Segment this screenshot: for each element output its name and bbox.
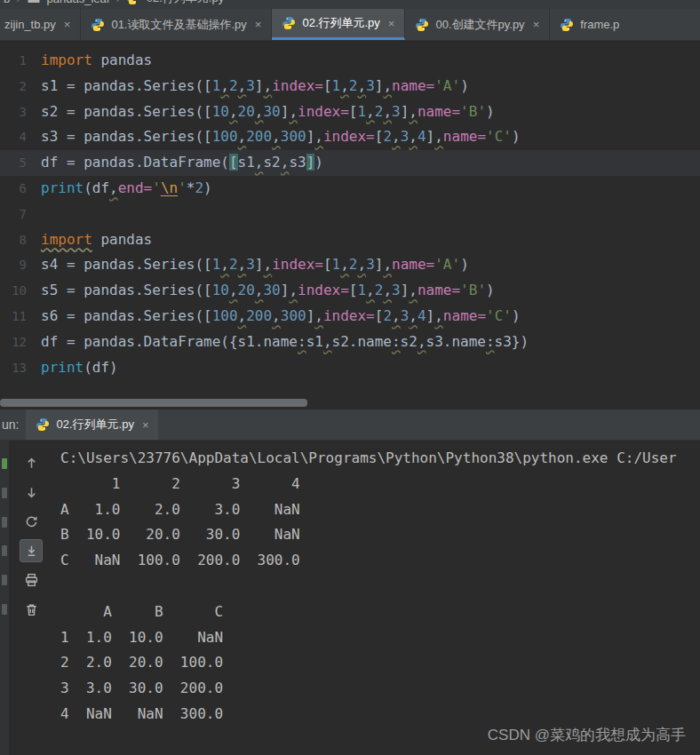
code-line[interactable]: 10s5 = pandas.Series([10,20,30],index=[1… <box>0 278 700 304</box>
line-number[interactable]: 12 <box>0 330 41 355</box>
tab-label: 01.读取文件及基础操作.py <box>111 17 246 33</box>
run-tab[interactable]: 02.行列单元.py × <box>26 409 158 440</box>
editor-horizontal-scrollbar[interactable] <box>0 399 307 407</box>
code-text: s4 = pandas.Series([1,2,3],index=[1,2,3]… <box>41 252 469 278</box>
code-line[interactable]: 11s6 = pandas.Series([100,200,300],index… <box>0 304 700 330</box>
console-line: C NaN 100.0 200.0 300.0 <box>60 548 700 574</box>
watermark: CSDN @菜鸡的我想成为高手 <box>488 725 686 745</box>
line-number[interactable]: 10 <box>0 278 41 304</box>
tab-label: zijin_tb.py <box>4 18 56 31</box>
code-line[interactable]: 3s2 = pandas.Series([10,20,30],index=[1,… <box>0 99 700 125</box>
code-line[interactable]: 9s4 = pandas.Series([1,2,3],index=[1,2,3… <box>0 252 700 278</box>
close-icon[interactable]: × <box>64 18 71 31</box>
console-line: B 10.0 20.0 30.0 NaN <box>60 522 700 548</box>
console-toolbar <box>9 441 53 755</box>
close-icon[interactable]: × <box>142 418 149 432</box>
code-lines: 1import pandas2s1 = pandas.Series([1,2,3… <box>0 48 700 380</box>
line-number[interactable]: 1 <box>0 48 41 74</box>
stripe-mark <box>2 575 7 585</box>
stripe-mark <box>2 458 7 469</box>
console-line: 1 1.0 10.0 NaN <box>60 625 700 651</box>
run-tab-label: 02.行列单元.py <box>56 417 133 433</box>
code-line[interactable]: 4s3 = pandas.Series([100,200,300],index=… <box>0 124 700 150</box>
ide-window: b › pandas_leaf › 02.行列单元.py zijin_tb.py… <box>0 0 700 755</box>
navigation-bar: b › pandas_leaf › 02.行列单元.py <box>0 0 700 9</box>
code-text: s5 = pandas.Series([10,20,30],index=[1,2… <box>41 278 495 304</box>
run-console: C:\Users\23776\AppData\Local\Programs\Py… <box>0 441 700 755</box>
console-line: C:\Users\23776\AppData\Local\Programs\Py… <box>60 446 700 472</box>
python-file-icon <box>126 0 140 5</box>
python-file-icon <box>560 18 574 32</box>
rerun-icon[interactable] <box>20 510 43 533</box>
code-text: s6 = pandas.Series([100,200,300],index=[… <box>41 304 521 330</box>
python-file-icon <box>415 18 429 32</box>
code-line[interactable]: 8import pandas <box>0 227 700 253</box>
line-number[interactable]: 6 <box>0 176 41 202</box>
code-line[interactable]: 12df = pandas.DataFrame({s1.name:s1,s2.n… <box>0 330 700 355</box>
tab-00-create-file[interactable]: 00.创建文件py.py × <box>405 9 550 40</box>
line-number[interactable]: 9 <box>0 252 41 278</box>
code-text <box>41 202 50 227</box>
printer-icon[interactable] <box>20 568 43 592</box>
code-text: s1 = pandas.Series([1,2,3],index=[1,2,3]… <box>41 74 469 99</box>
python-file-icon <box>91 18 105 32</box>
close-icon[interactable]: × <box>255 18 262 31</box>
code-line[interactable]: 5df = pandas.DataFrame([s1,s2,s3]) <box>0 150 700 176</box>
scroll-to-end-icon[interactable] <box>20 539 43 562</box>
code-text: import pandas <box>41 227 152 253</box>
stripe-mark <box>2 488 7 498</box>
chevron-right-icon: › <box>16 0 20 5</box>
tab-label: frame.p <box>580 18 619 31</box>
run-panel-header: un: 02.行列单元.py × <box>0 409 700 441</box>
line-number[interactable]: 8 <box>0 227 41 253</box>
tab-label: 02.行列单元.py <box>302 15 379 31</box>
tab-01-read-file[interactable]: 01.读取文件及基础操作.py × <box>81 9 272 40</box>
console-line: 3 3.0 30.0 200.0 <box>60 676 700 702</box>
console-line: 4 NaN NaN 300.0 <box>60 702 700 727</box>
line-number[interactable]: 11 <box>0 304 41 330</box>
code-editor[interactable]: 1import pandas2s1 = pandas.Series([1,2,3… <box>0 41 700 409</box>
tab-frame[interactable]: frame.p <box>550 9 700 40</box>
code-line[interactable]: 1import pandas <box>0 48 700 74</box>
run-panel-label: un: <box>0 417 26 432</box>
tab-02-row-col-unit[interactable]: 02.行列单元.py × <box>272 9 405 40</box>
code-line[interactable]: 2s1 = pandas.Series([1,2,3],index=[1,2,3… <box>0 74 700 99</box>
close-icon[interactable]: × <box>533 18 540 31</box>
down-arrow-icon[interactable] <box>20 481 43 504</box>
console-line <box>60 574 700 600</box>
folder-icon <box>27 0 41 5</box>
console-line: 2 2.0 20.0 100.0 <box>60 650 700 676</box>
python-file-icon <box>36 417 50 432</box>
stripe-mark <box>2 604 7 615</box>
code-text: df = pandas.DataFrame([s1,s2,s3]) <box>41 150 323 176</box>
trash-icon[interactable] <box>20 598 43 621</box>
stripe-mark <box>2 545 7 556</box>
editor-tab-bar: zijin_tb.py × 01.读取文件及基础操作.py × 02.行列单元.… <box>0 9 700 41</box>
code-text: s3 = pandas.Series([100,200,300],index=[… <box>41 124 521 150</box>
breadcrumb-item[interactable]: pandas_leaf <box>47 0 110 5</box>
line-number[interactable]: 5 <box>0 150 41 176</box>
up-arrow-icon[interactable] <box>20 451 43 474</box>
code-text: df = pandas.DataFrame({s1.name:s1,s2.nam… <box>41 330 529 355</box>
line-number[interactable]: 3 <box>0 99 41 125</box>
tab-zijin-tb[interactable]: zijin_tb.py × <box>0 9 81 40</box>
close-icon[interactable]: × <box>388 17 395 30</box>
line-number[interactable]: 4 <box>0 124 41 150</box>
code-line[interactable]: 13print(df) <box>0 355 700 381</box>
breadcrumb-item[interactable]: b <box>4 0 10 5</box>
python-file-icon <box>282 16 296 30</box>
tool-window-stripe <box>0 441 9 755</box>
tab-label: 00.创建文件py.py <box>435 17 524 33</box>
chevron-right-icon: › <box>115 0 119 5</box>
code-line[interactable]: 7 <box>0 202 700 227</box>
line-number[interactable]: 2 <box>0 74 41 99</box>
console-line: A B C <box>60 600 700 625</box>
console-output: C:\Users\23776\AppData\Local\Programs\Py… <box>53 441 700 755</box>
code-text: import pandas <box>41 48 152 74</box>
breadcrumb-item[interactable]: 02.行列单元.py <box>147 0 224 6</box>
line-number[interactable]: 7 <box>0 202 41 227</box>
console-line: 1 2 3 4 <box>60 472 700 497</box>
code-text: print(df) <box>41 355 118 381</box>
code-line[interactable]: 6print(df,end='\n'*2) <box>0 176 700 202</box>
line-number[interactable]: 13 <box>0 355 41 381</box>
